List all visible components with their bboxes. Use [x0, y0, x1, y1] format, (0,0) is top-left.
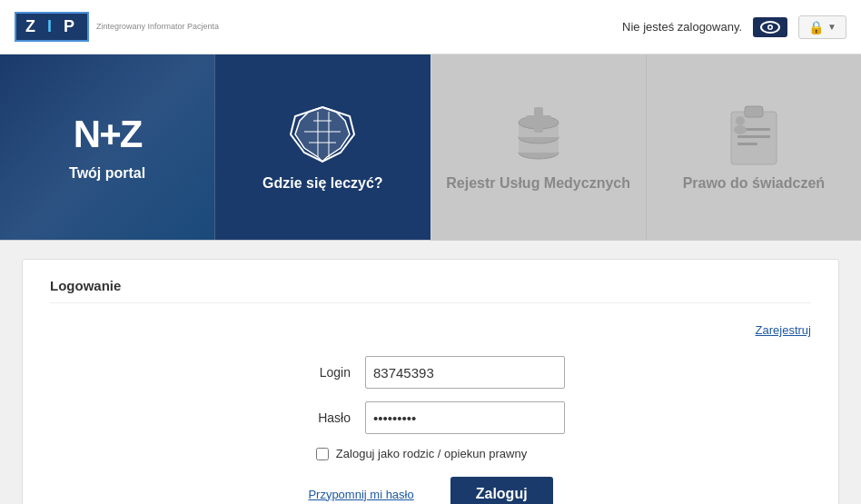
password-label: Hasło: [296, 410, 351, 425]
login-row: Login: [296, 356, 565, 389]
svg-marker-4: [295, 107, 350, 162]
svg-point-22: [736, 116, 745, 125]
tile-nfz-label: Twój portal: [62, 165, 153, 182]
map-icon: [286, 103, 359, 166]
svg-rect-20: [737, 135, 770, 138]
header: Z I P Zintegrowany Informator Pacjenta N…: [0, 0, 861, 54]
header-right: Nie jesteś zalogowany. 🔒 ▼: [622, 15, 846, 39]
login-label: Login: [296, 365, 351, 380]
clipboard-icon: [727, 103, 781, 166]
eye-icon[interactable]: [753, 17, 787, 37]
main-content: Logowanie Zarejestruj Login Hasło Zalogu…: [0, 241, 861, 504]
tile-rejestr[interactable]: Rejestr Usług Medycznych: [430, 54, 646, 240]
tile-rejestr-label: Rejestr Usług Medycznych: [439, 175, 638, 192]
login-input[interactable]: [365, 356, 565, 389]
form-actions: Przypomnij mi hasło Zaloguj: [308, 477, 552, 504]
svg-rect-16: [526, 115, 551, 124]
tile-prawo-label: Prawo do świadczeń: [676, 175, 832, 192]
tile-gdzie[interactable]: Gdzie się leczyć?: [214, 54, 430, 240]
parent-checkbox[interactable]: [316, 448, 329, 460]
logo[interactable]: Z I P Zintegrowany Informator Pacjenta: [15, 12, 219, 42]
tile-gdzie-label: Gdzie się leczyć?: [255, 175, 391, 192]
lock-icon: 🔒: [808, 20, 824, 35]
logo-subtitle: Zintegrowany Informator Pacjenta: [96, 22, 219, 33]
svg-point-2: [769, 25, 772, 28]
logo-box: Z I P: [15, 12, 89, 42]
nav-tiles: N+Z Twój portal Gdzie się leczyć?: [0, 54, 861, 241]
svg-point-23: [734, 125, 747, 134]
checkbox-row: Zaloguj jako rodzic / opiekun prawny: [316, 447, 527, 460]
lock-button[interactable]: 🔒 ▼: [798, 15, 846, 39]
svg-rect-18: [745, 106, 763, 117]
medical-icon: [507, 103, 570, 166]
register-link[interactable]: Zarejestruj: [756, 323, 811, 337]
svg-rect-21: [737, 143, 757, 145]
login-title: Logowanie: [50, 278, 811, 303]
not-logged-text: Nie jesteś zalogowany.: [622, 20, 742, 34]
tile-prawo[interactable]: Prawo do świadczeń: [646, 54, 861, 240]
remind-link[interactable]: Przypomnij mi hasło: [308, 488, 413, 501]
tile-nfz[interactable]: N+Z Twój portal: [0, 54, 214, 240]
login-box: Logowanie Zarejestruj Login Hasło Zalogu…: [22, 259, 839, 504]
checkbox-label: Zaloguj jako rodzic / opiekun prawny: [336, 447, 527, 460]
nfz-logo: N+Z: [74, 113, 142, 156]
login-button[interactable]: Zaloguj: [450, 477, 553, 504]
chevron-down-icon: ▼: [827, 22, 836, 32]
password-input[interactable]: [365, 401, 565, 434]
logo-full-name: Zintegrowany Informator Pacjenta: [96, 22, 219, 33]
register-link-area: Zarejestruj: [50, 321, 811, 338]
password-row: Hasło: [296, 401, 565, 434]
form-area: Login Hasło Zaloguj jako rodzic / opieku…: [50, 356, 811, 504]
